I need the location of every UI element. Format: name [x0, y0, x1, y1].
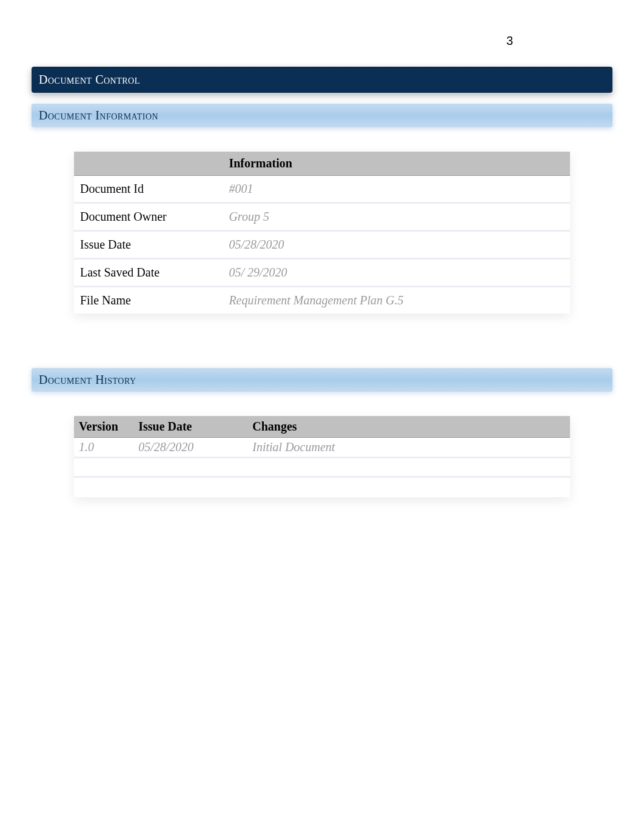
table-row: File Name Requirement Management Plan G.…: [74, 287, 570, 314]
document-history-table: Version Issue Date Changes 1.0 05/28/202…: [74, 416, 570, 497]
info-header-blank: [74, 152, 223, 176]
info-label: Last Saved Date: [74, 260, 223, 287]
info-label: Document Id: [74, 176, 223, 204]
table-row: Issue Date 05/28/2020: [74, 232, 570, 260]
info-label: Issue Date: [74, 232, 223, 260]
table-header-row: Version Issue Date Changes: [74, 416, 570, 438]
history-version: [74, 458, 133, 478]
info-label: File Name: [74, 287, 223, 314]
history-header-changes: Changes: [247, 416, 570, 438]
history-version: [74, 478, 133, 497]
history-version: 1.0: [74, 438, 133, 458]
history-issue-date: 05/28/2020: [133, 438, 247, 458]
table-row: Document Owner Group 5: [74, 204, 570, 232]
heading-document-control: Document Control: [32, 67, 612, 93]
history-issue-date: [133, 478, 247, 497]
table-row: Last Saved Date 05/ 29/2020: [74, 260, 570, 287]
document-information-table: Information Document Id #001 Document Ow…: [74, 152, 570, 314]
history-header-version: Version: [74, 416, 133, 438]
info-label: Document Owner: [74, 204, 223, 232]
history-changes: [247, 458, 570, 478]
table-row: 1.0 05/28/2020 Initial Document: [74, 438, 570, 458]
history-table-wrap: Version Issue Date Changes 1.0 05/28/202…: [32, 416, 612, 497]
info-value: Requirement Management Plan G.5: [223, 287, 570, 314]
info-table-wrap: Information Document Id #001 Document Ow…: [32, 152, 612, 314]
info-value: #001: [223, 176, 570, 204]
info-value: 05/28/2020: [223, 232, 570, 260]
history-issue-date: [133, 458, 247, 478]
table-row: [74, 478, 570, 497]
table-row: [74, 458, 570, 478]
table-row: Document Id #001: [74, 176, 570, 204]
page-number: 3: [506, 34, 513, 48]
page-content: Document Control Document Information In…: [0, 0, 644, 497]
info-header-information: Information: [223, 152, 570, 176]
history-changes: [247, 478, 570, 497]
heading-document-information: Document Information: [32, 104, 612, 127]
info-value: Group 5: [223, 204, 570, 232]
heading-document-history: Document History: [32, 368, 612, 392]
history-header-issue-date: Issue Date: [133, 416, 247, 438]
info-value: 05/ 29/2020: [223, 260, 570, 287]
history-changes: Initial Document: [247, 438, 570, 458]
table-header-row: Information: [74, 152, 570, 176]
